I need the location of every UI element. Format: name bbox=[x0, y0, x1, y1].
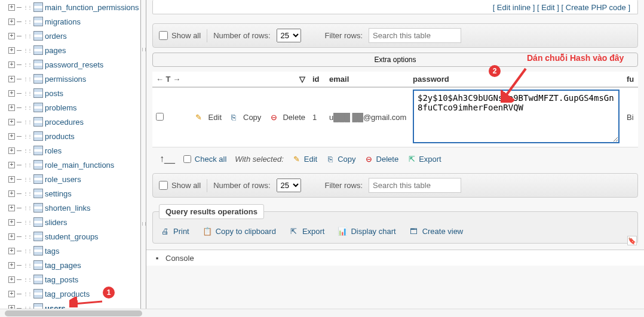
sidebar-item[interactable]: +⋮⋮procedures bbox=[5, 115, 140, 129]
sidebar-item[interactable]: +⋮⋮role_main_functions bbox=[5, 158, 140, 172]
show-all-checkbox-bottom[interactable]: Show all bbox=[159, 181, 201, 190]
create-php-link[interactable]: Create PHP code bbox=[566, 3, 626, 12]
sel-export-link[interactable]: ⇱Export bbox=[407, 154, 441, 164]
expand-icon[interactable]: + bbox=[8, 233, 15, 240]
filter-rows-label: Filter rows: bbox=[325, 31, 363, 40]
console-bar[interactable]: 🔖 ▪Console bbox=[146, 250, 644, 266]
num-rows-label: Number of rows: bbox=[213, 31, 270, 40]
row-edit-link[interactable]: ✎Edit bbox=[194, 113, 222, 122]
expand-icon[interactable]: + bbox=[8, 248, 15, 254]
sel-edit-link[interactable]: ✎Edit bbox=[292, 154, 317, 164]
col-email-header[interactable]: email bbox=[326, 72, 409, 87]
check-all-checkbox[interactable]: Check all bbox=[183, 155, 226, 164]
edit-inline-link[interactable]: Edit inline bbox=[497, 3, 530, 12]
cell-email: u███ ██@gmail.com bbox=[326, 87, 409, 147]
sidebar-item[interactable]: +⋮⋮products bbox=[5, 129, 140, 143]
sidebar-item[interactable]: +⋮⋮roles bbox=[5, 143, 140, 158]
table-icon bbox=[33, 103, 43, 112]
expand-icon[interactable]: + bbox=[8, 4, 15, 11]
expand-icon[interactable]: + bbox=[8, 47, 15, 54]
expand-icon[interactable]: + bbox=[8, 219, 15, 226]
row-checkbox[interactable] bbox=[156, 113, 164, 121]
table-icon bbox=[33, 289, 43, 298]
sidebar-item[interactable]: +⋮⋮role_users bbox=[5, 172, 140, 186]
filter-rows-input-bottom[interactable] bbox=[369, 178, 461, 193]
horizontal-scrollbar[interactable] bbox=[0, 309, 644, 317]
display-chart-link[interactable]: 📊Display chart bbox=[338, 226, 395, 236]
results-table: ← T → ▽ id email password fu ✎Edit ⎘C bbox=[152, 72, 638, 147]
sidebar-item[interactable]: +⋮⋮password_resets bbox=[5, 57, 140, 72]
bookmark-icon[interactable]: 🔖 bbox=[627, 236, 637, 245]
sidebar-item[interactable]: +⋮⋮shorten_links bbox=[5, 201, 140, 215]
expand-icon[interactable]: + bbox=[8, 33, 15, 39]
expand-icon[interactable]: + bbox=[8, 119, 15, 125]
sidebar-item[interactable]: +⋮⋮main_function_permissions bbox=[5, 0, 140, 14]
sidebar-item[interactable]: +⋮⋮settings bbox=[5, 186, 140, 201]
edit-link[interactable]: Edit bbox=[541, 3, 554, 12]
sidebar-item[interactable]: +⋮⋮tag_pages bbox=[5, 258, 140, 272]
sidebar-item[interactable]: +⋮⋮problems bbox=[5, 100, 140, 115]
filter-rows-label-bottom: Filter rows: bbox=[325, 181, 363, 190]
expand-icon[interactable]: + bbox=[8, 104, 15, 111]
pencil-icon: ✎ bbox=[194, 113, 204, 122]
console-icon: ▪ bbox=[152, 253, 162, 263]
copy-icon: ⎘ bbox=[229, 113, 238, 122]
table-icon bbox=[33, 160, 43, 170]
sidebar-item[interactable]: +⋮⋮posts bbox=[5, 86, 140, 100]
row-delete-link[interactable]: ⊖Delete bbox=[269, 113, 305, 122]
top-action-links: [ Edit inline ] [ Edit ] [ Create PHP co… bbox=[153, 0, 637, 14]
expand-icon[interactable]: + bbox=[8, 90, 15, 97]
num-rows-select-bottom[interactable]: 25 bbox=[277, 178, 301, 192]
sidebar-item[interactable]: +⋮⋮student_groups bbox=[5, 229, 140, 244]
sidebar-resize-handle[interactable] bbox=[140, 0, 146, 317]
num-rows-label-bottom: Number of rows: bbox=[213, 181, 270, 190]
cell-id: 1 bbox=[309, 87, 326, 147]
sidebar-item[interactable]: +⋮⋮tags bbox=[5, 244, 140, 258]
sidebar-item[interactable]: +⋮⋮pages bbox=[5, 43, 140, 57]
col-last-header[interactable]: fu bbox=[623, 72, 638, 87]
chart-icon: 📊 bbox=[338, 226, 347, 236]
row-copy-link[interactable]: ⎘Copy bbox=[229, 113, 262, 122]
sidebar-item[interactable]: +⋮⋮orders bbox=[5, 29, 140, 43]
table-icon bbox=[33, 275, 43, 284]
sel-delete-link[interactable]: ⊖Delete bbox=[364, 154, 399, 164]
svg-line-1 bbox=[504, 69, 526, 98]
delete-icon: ⊖ bbox=[269, 113, 278, 122]
filter-rows-input[interactable] bbox=[369, 28, 461, 43]
expand-icon[interactable]: + bbox=[8, 190, 15, 197]
sel-copy-link[interactable]: ⎘Copy bbox=[326, 154, 355, 164]
expand-icon[interactable]: + bbox=[8, 176, 15, 183]
show-all-checkbox[interactable]: Show all bbox=[159, 31, 201, 40]
view-icon: 🗔 bbox=[409, 226, 419, 236]
copy-icon: ⎘ bbox=[326, 154, 335, 164]
table-icon bbox=[33, 146, 43, 155]
create-view-link[interactable]: 🗔Create view bbox=[409, 226, 464, 236]
col-id-header[interactable]: id bbox=[309, 72, 326, 87]
col-actions-header[interactable]: ← T → bbox=[152, 72, 191, 87]
expand-icon[interactable]: + bbox=[8, 205, 15, 211]
table-icon bbox=[33, 246, 43, 256]
expand-icon[interactable]: + bbox=[8, 162, 15, 168]
sidebar-item[interactable]: +⋮⋮sliders bbox=[5, 215, 140, 229]
table-icon bbox=[33, 174, 43, 184]
expand-icon[interactable]: + bbox=[8, 147, 15, 154]
print-link[interactable]: 🖨Print bbox=[160, 226, 189, 236]
expand-icon[interactable]: + bbox=[8, 133, 15, 140]
table-icon bbox=[33, 31, 43, 41]
export-link[interactable]: ⇱Export bbox=[289, 226, 325, 236]
expand-icon[interactable]: + bbox=[8, 276, 15, 283]
sidebar-item[interactable]: +⋮⋮migrations bbox=[5, 14, 140, 29]
annotation-text-hash: Dán chuỗi Hash vào đây bbox=[527, 53, 634, 63]
expand-icon[interactable]: + bbox=[8, 291, 15, 297]
annotation-arrow-2 bbox=[501, 67, 530, 103]
expand-icon[interactable]: + bbox=[8, 19, 15, 25]
sidebar-item[interactable]: +⋮⋮tag_posts bbox=[5, 272, 140, 287]
expand-icon[interactable]: + bbox=[8, 76, 15, 82]
expand-icon[interactable]: + bbox=[8, 61, 15, 68]
num-rows-select[interactable]: 25 bbox=[277, 29, 301, 42]
bottom-toolbar: Show all Number of rows: 25 Filter rows: bbox=[152, 173, 638, 198]
copy-clipboard-link[interactable]: 📋Copy to clipboard bbox=[203, 226, 276, 236]
export-icon: ⇱ bbox=[407, 154, 416, 164]
sidebar-item[interactable]: +⋮⋮permissions bbox=[5, 72, 140, 86]
expand-icon[interactable]: + bbox=[8, 262, 15, 269]
